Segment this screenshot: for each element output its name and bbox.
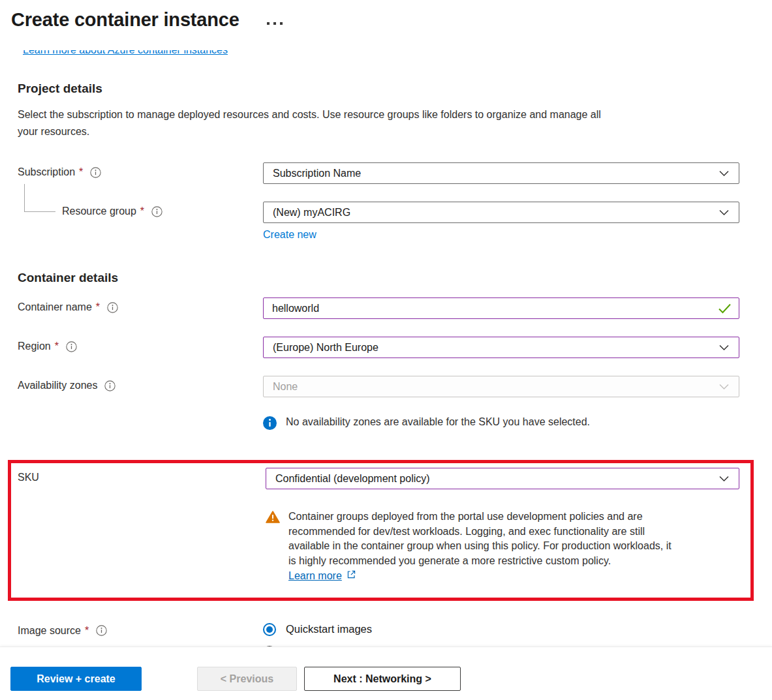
sku-row: SKU Confidential (development policy) [18, 468, 750, 489]
project-details-description: Select the subscription to manage deploy… [18, 106, 772, 140]
chevron-down-icon [719, 381, 729, 393]
sku-label: SKU [18, 468, 266, 483]
learn-more-aci-link[interactable]: Learn more about Azure container instanc… [23, 50, 279, 57]
resource-group-dropdown[interactable]: (New) myACIRG [263, 202, 739, 223]
region-dropdown[interactable]: (Europe) North Europe [263, 337, 739, 358]
create-container-instance-page: Create container instance Learn more abo… [0, 0, 772, 647]
container-details-heading: Container details [18, 271, 772, 285]
valid-check-icon [718, 303, 732, 316]
resource-group-connector-line [24, 184, 55, 212]
info-icon[interactable] [66, 341, 77, 352]
info-icon[interactable] [90, 167, 101, 178]
subscription-row: Subscription * Subscription Name [18, 162, 772, 184]
resource-group-row: Resource group * (New) myACIRG Create ne… [18, 202, 772, 241]
required-asterisk: * [96, 301, 100, 313]
radio-quickstart-images[interactable]: Quickstart images [263, 621, 739, 636]
sku-dropdown[interactable]: Confidential (development policy) [266, 468, 739, 489]
more-options-icon[interactable] [267, 16, 283, 25]
container-name-input[interactable] [263, 297, 739, 319]
page-title: Create container instance [11, 9, 239, 31]
review-create-button[interactable]: Review + create [10, 667, 142, 691]
availability-zones-dropdown: None [263, 376, 739, 397]
info-icon[interactable] [151, 206, 162, 217]
info-icon[interactable] [96, 625, 107, 636]
chevron-down-icon [719, 342, 729, 354]
previous-button: < Previous [197, 667, 297, 691]
image-source-label: Image source * [18, 621, 263, 637]
subscription-dropdown[interactable]: Subscription Name [263, 162, 739, 184]
required-asterisk: * [140, 205, 144, 217]
wizard-footer: Review + create < Previous Next : Networ… [0, 647, 772, 700]
sku-policy-warning: Container groups deployed from the porta… [266, 510, 750, 584]
container-name-label: Container name * [18, 297, 263, 313]
image-source-form: Image source * Quickstart images Azure C… [18, 621, 772, 647]
info-icon[interactable] [107, 302, 118, 313]
image-source-row: Image source * Quickstart images Azure C… [18, 621, 772, 647]
top-link-clipped-region: Learn more about Azure container instanc… [23, 50, 279, 58]
sku-learn-more-link[interactable]: Learn more [288, 569, 356, 584]
chevron-down-icon [719, 168, 729, 179]
external-link-icon [347, 569, 356, 584]
availability-zones-label: Availability zones [18, 376, 263, 391]
chevron-down-icon [719, 473, 729, 485]
region-row: Region * (Europe) North Europe [18, 337, 772, 358]
project-details-heading: Project details [18, 82, 772, 96]
page-header: Create container instance [0, 0, 772, 31]
availability-zones-info-note: No availability zones are available for … [263, 416, 772, 433]
radio-selected-icon [263, 623, 276, 636]
availability-zones-row: Availability zones None [18, 376, 772, 397]
required-asterisk: * [85, 625, 89, 637]
sku-warning-text: Container groups deployed from the porta… [288, 510, 672, 584]
next-networking-button[interactable]: Next : Networking > [304, 667, 461, 691]
required-asterisk: * [55, 341, 59, 352]
subscription-label: Subscription * [18, 162, 263, 178]
sku-highlight-box: SKU Confidential (development policy) Co… [8, 460, 754, 601]
info-icon[interactable] [104, 380, 116, 391]
warning-triangle-icon [266, 510, 280, 526]
chevron-down-icon [719, 207, 729, 219]
project-details-form: Subscription * Subscription Name Resourc… [18, 162, 772, 433]
region-label: Region * [18, 337, 263, 352]
info-filled-icon [263, 416, 277, 433]
container-name-row: Container name * [18, 297, 772, 319]
required-asterisk: * [79, 166, 83, 178]
create-new-resource-group-link[interactable]: Create new [263, 229, 317, 241]
